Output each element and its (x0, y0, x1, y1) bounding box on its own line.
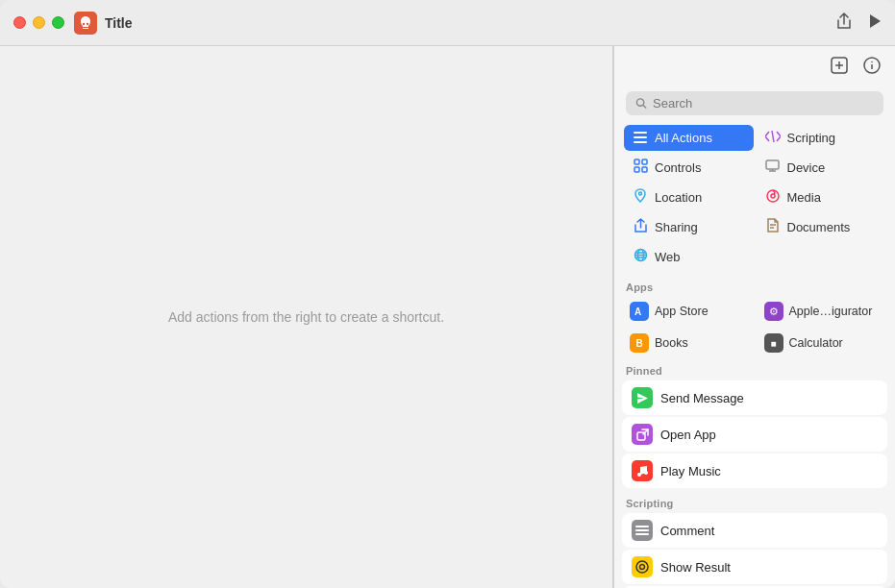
tab-media-label: Media (787, 190, 821, 205)
sharing-icon (632, 218, 649, 235)
tab-documents-label: Documents (787, 220, 851, 234)
svg-rect-2 (83, 27, 88, 28)
search-input-wrap[interactable] (626, 91, 883, 115)
svg-point-23 (767, 190, 779, 202)
apps-section: Apps A App Store ⚙ Apple…igurator (622, 276, 887, 357)
tab-sharing[interactable]: Sharing (624, 213, 754, 240)
tab-all-actions-label: All Actions (655, 131, 712, 145)
svg-rect-12 (634, 136, 647, 138)
media-svg-icon (766, 189, 780, 203)
web-svg-icon (634, 248, 648, 262)
list-item[interactable]: A App Store (622, 297, 754, 326)
scripting-svg-icon (765, 130, 781, 143)
pinned-section: Pinned Send Message (622, 359, 887, 488)
app-store-svg: A (634, 306, 645, 317)
books-icon: B (630, 333, 649, 353)
list-item[interactable]: Send Message (622, 380, 887, 415)
tab-web[interactable]: Web (624, 243, 754, 270)
list-item[interactable]: Show Result (622, 550, 887, 584)
tab-device[interactable]: Device (757, 154, 886, 181)
maximize-button[interactable] (52, 16, 64, 29)
play-music-label: Play Music (660, 464, 721, 478)
open-app-icon (632, 424, 653, 445)
web-icon (632, 248, 649, 265)
play-music-icon (632, 460, 653, 481)
apps-section-label: Apps (622, 276, 887, 297)
tab-controls[interactable]: Controls (624, 154, 754, 181)
all-actions-icon (632, 131, 649, 146)
category-tabs: All Actions Scripting (614, 123, 895, 276)
location-svg-icon (634, 188, 646, 203)
apple-igurator-icon: ⚙ (764, 302, 783, 321)
scripting-icon (764, 130, 782, 146)
documents-svg-icon (767, 218, 779, 233)
play-button[interactable] (869, 13, 882, 33)
svg-point-1 (87, 22, 88, 24)
tab-location[interactable]: Location (624, 184, 754, 210)
tab-controls-label: Controls (655, 160, 701, 175)
titlebar-actions (836, 12, 882, 34)
svg-text:A: A (634, 306, 641, 317)
controls-svg-icon (634, 159, 648, 173)
comment-svg (635, 526, 649, 535)
actions-list[interactable]: Apps A App Store ⚙ Apple…igurator (614, 276, 895, 588)
open-app-svg-icon (636, 429, 649, 441)
list-item[interactable]: Open App (622, 417, 887, 452)
svg-point-36 (644, 471, 648, 475)
svg-point-40 (636, 561, 648, 573)
panel-top-icons (614, 46, 895, 82)
list-item[interactable]: ■ Calculator (757, 329, 888, 357)
add-icon (830, 56, 849, 75)
tab-media[interactable]: Media (757, 184, 886, 210)
right-panel: All Actions Scripting (614, 46, 895, 588)
open-app-label: Open App (660, 428, 716, 442)
svg-point-0 (83, 22, 85, 24)
info-button[interactable] (862, 56, 882, 80)
tab-scripting-label: Scripting (787, 131, 836, 145)
svg-point-24 (771, 194, 775, 198)
svg-rect-11 (634, 132, 647, 134)
main-content: Add actions from the right to create a s… (0, 46, 895, 588)
search-input[interactable] (653, 96, 874, 110)
tab-web-label: Web (655, 250, 681, 264)
tab-all-actions[interactable]: All Actions (624, 125, 754, 151)
svg-rect-37 (635, 526, 649, 527)
list-item[interactable]: B Books (622, 329, 754, 357)
show-result-icon (632, 556, 653, 577)
calculator-label: Calculator (789, 336, 843, 350)
share-button[interactable] (836, 12, 852, 34)
send-message-label: Send Message (660, 391, 744, 405)
apple-igurator-label: Apple…igurator (789, 305, 873, 318)
svg-rect-19 (766, 160, 779, 169)
minimize-button[interactable] (33, 16, 45, 29)
message-icon (636, 392, 649, 404)
tab-device-label: Device (787, 160, 826, 175)
svg-rect-39 (635, 533, 649, 535)
search-bar (614, 82, 895, 123)
scripting-section: Scripting Comment (622, 492, 887, 588)
device-svg-icon (765, 159, 780, 172)
app-logo-icon (78, 15, 93, 31)
svg-rect-38 (635, 529, 649, 531)
app-store-label: App Store (655, 305, 709, 318)
close-button[interactable] (13, 16, 26, 29)
tab-scripting[interactable]: Scripting (757, 125, 886, 151)
send-message-icon (632, 387, 653, 408)
apps-grid: A App Store ⚙ Apple…igurator B Books (622, 297, 887, 357)
list-item[interactable]: ⚙ Apple…igurator (757, 297, 888, 326)
list-item[interactable]: Comment (622, 513, 887, 548)
left-panel: Add actions from the right to create a s… (0, 46, 613, 588)
tabs-grid: All Actions Scripting (624, 125, 885, 270)
list-item[interactable]: Play Music (622, 453, 887, 488)
music-icon (636, 465, 648, 478)
tab-sharing-label: Sharing (655, 220, 698, 234)
svg-point-35 (637, 473, 641, 477)
comment-icon (632, 520, 653, 541)
info-icon (862, 56, 882, 75)
svg-point-9 (636, 99, 643, 106)
add-shortcut-button[interactable] (830, 56, 849, 80)
tab-documents[interactable]: Documents (757, 213, 886, 240)
play-icon (869, 13, 882, 29)
scripting-section-label: Scripting (622, 492, 887, 513)
list-icon (634, 132, 647, 143)
